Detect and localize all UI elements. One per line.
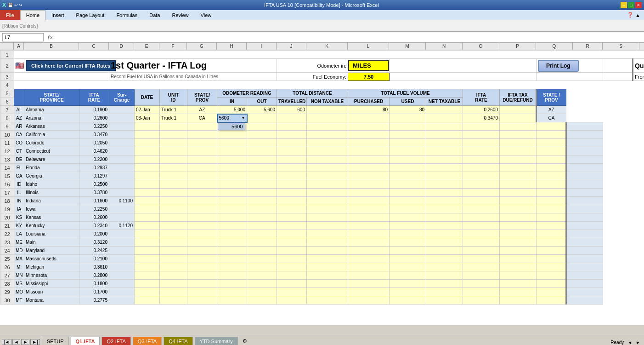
log-odo-out-1[interactable]: 5,600 — [247, 106, 277, 114]
log-used-1: 80 — [390, 106, 426, 114]
table-row: 30 MT Montana 0.2775 — [0, 296, 644, 305]
log-unit-1: Truck 1 — [160, 106, 187, 114]
ifta-rates-button[interactable]: Click here for Current IFTA Rates — [26, 60, 116, 71]
used-header: USED — [390, 98, 426, 106]
log-odo-in-2-selected[interactable]: 5600 ▼ 5600 — [217, 114, 247, 122]
new-sheet-btn[interactable]: ⚙ — [240, 337, 250, 345]
dropdown-arrow-icon[interactable]: ▼ — [242, 116, 245, 120]
tab-q4-ifta[interactable]: Q4-IFTA — [164, 337, 192, 345]
right-state-1: AZ — [537, 106, 566, 114]
log-purchased-1: 80 — [348, 106, 390, 114]
tab-data[interactable]: Data — [143, 10, 166, 20]
log-non-taxable-2[interactable] — [307, 114, 348, 122]
col-header-J: J — [277, 43, 306, 50]
table-row: 14 FL Florida 0.2937 — [0, 164, 644, 172]
col-header-N: N — [426, 43, 463, 50]
tab-view[interactable]: View — [195, 10, 218, 20]
col-header-M: M — [389, 43, 426, 50]
status-right: Ready ◄ ► — [607, 340, 644, 345]
tab-setup[interactable]: SETUP — [42, 337, 69, 345]
col-headers: const cols = ['A','B','C','D','E','F','G… — [0, 43, 644, 50]
fuel-vol-header: TOTAL FUEL VOLUME — [348, 89, 463, 98]
sheet-nav-last[interactable]: ►| — [30, 339, 40, 345]
col-header-A: A — [14, 43, 24, 50]
log-non-taxable-1[interactable] — [307, 106, 348, 114]
fuel-economy-label: Fuel Economy: — [313, 74, 346, 80]
sheet-nav: |◄ ◄ ► ►| — [0, 339, 42, 345]
tab-q3-ifta[interactable]: Q3-IFTA — [133, 337, 162, 345]
col-header-D: D — [109, 43, 134, 50]
formula-bar: ƒx — [0, 32, 644, 43]
table-row: 13 DE Delaware 0.2200 — [0, 155, 644, 164]
purchased-header: PURCHASED — [348, 98, 390, 106]
log-used-2[interactable] — [390, 114, 426, 122]
state-abbr-al: AL — [14, 106, 24, 114]
log-ifta-rate-2: 0.3470 — [463, 114, 500, 122]
col-header-G: G — [187, 43, 217, 50]
col-header-O: O — [463, 43, 499, 50]
log-unit-2: Truck 1 — [160, 114, 187, 122]
col-surcharge-header: Sur- Charge — [109, 89, 135, 106]
table-row: 26 MI Michigan 0.3610 — [0, 263, 644, 271]
tab-review[interactable]: Review — [166, 10, 194, 20]
sheet-scroll[interactable]: 1 2 🇺🇸 Click here for Current IFTA Rates… — [0, 50, 644, 325]
dropdown-popup[interactable]: 5600 — [218, 123, 245, 130]
col-header-I: I — [247, 43, 277, 50]
state-rate-al: 0.1900 — [79, 106, 109, 114]
name-box[interactable] — [2, 33, 44, 41]
print-log-button[interactable]: Print Log — [538, 60, 579, 72]
table-row: 22 LA Louisiana 0.2000 — [0, 230, 644, 238]
log-ifta-tax-2[interactable] — [500, 114, 537, 122]
log-net-taxable-1[interactable] — [426, 106, 463, 114]
miles-value: MILES — [348, 60, 389, 71]
log-odo-out-2[interactable] — [247, 114, 277, 122]
log-purchased-2[interactable] — [348, 114, 390, 122]
table-row: 21 KY Kentucky 0.2340 0.1120 — [0, 222, 644, 230]
col-state-header: STATE/ PROVINCE — [24, 89, 79, 106]
sheet-nav-next[interactable]: ► — [21, 339, 29, 345]
scroll-right[interactable]: ► — [636, 340, 640, 345]
table-row: 10 CA California 0.3470 — [0, 131, 644, 139]
tab-pagelayout[interactable]: Page Layout — [70, 10, 111, 20]
sheet-nav-prev[interactable]: ◄ — [12, 339, 21, 345]
log-state-2: CA — [187, 114, 217, 122]
maximize-btn[interactable]: □ — [628, 2, 634, 8]
table-row: 28 MS Mississippi 0.1800 — [0, 280, 644, 288]
dropdown-option-5600[interactable]: 5600 — [218, 123, 245, 130]
ribbon-toggle[interactable]: ▲ — [635, 12, 640, 18]
ribbon: File Home Insert Page Layout Formulas Da… — [0, 10, 644, 32]
sheet-nav-first[interactable]: |◄ — [2, 339, 11, 345]
tab-file[interactable]: File — [0, 10, 20, 20]
tab-insert[interactable]: Insert — [45, 10, 70, 20]
log-net-taxable-2[interactable] — [426, 114, 463, 122]
tab-ytd-summary[interactable]: YTD Summary — [195, 337, 238, 345]
formula-input[interactable] — [56, 33, 642, 41]
odometer-header: ODOMETER READING — [217, 89, 277, 98]
ribbon-hint: [Ribbon Controls] — [2, 23, 38, 29]
window-controls: – □ ✕ — [621, 2, 642, 8]
table-row: 23 ME Main 0.3120 — [0, 238, 644, 247]
log-ifta-rate-header: IFTA RATE — [463, 89, 500, 106]
minimize-btn[interactable]: – — [621, 2, 627, 8]
tab-home[interactable]: Home — [20, 10, 45, 20]
table-row: 11 CO Colorado 0.2050 — [0, 139, 644, 147]
spreadsheet-area: const cols = ['A','B','C','D','E','F','G… — [0, 43, 644, 325]
log-odo-in-1[interactable]: 5,000 — [217, 106, 247, 114]
table-row: 4 — [0, 81, 644, 89]
col-header-H: H — [217, 43, 247, 50]
state-sur-az — [109, 114, 135, 122]
tab-q1-ifta[interactable]: Q1-IFTA — [71, 337, 100, 345]
log-date-2: 03-Jan — [135, 114, 160, 122]
close-btn[interactable]: ✕ — [635, 2, 642, 8]
right-state-header: STATE / PROV — [537, 89, 566, 106]
scroll-left[interactable]: ◄ — [627, 340, 632, 345]
tab-q2-ifta[interactable]: Q2-IFTA — [102, 337, 130, 345]
col-header-B: B — [24, 43, 79, 50]
state-sur-al — [109, 106, 135, 114]
log-travelled-2[interactable] — [277, 114, 307, 122]
right-state-2: CA — [537, 114, 566, 122]
tab-formulas[interactable]: Formulas — [110, 10, 143, 20]
table-row: 19 IA Iowa 0.2250 — [0, 205, 644, 213]
log-ifta-tax-1[interactable] — [500, 106, 537, 114]
table-row: 15 GA Georgia 0.1297 — [0, 172, 644, 180]
